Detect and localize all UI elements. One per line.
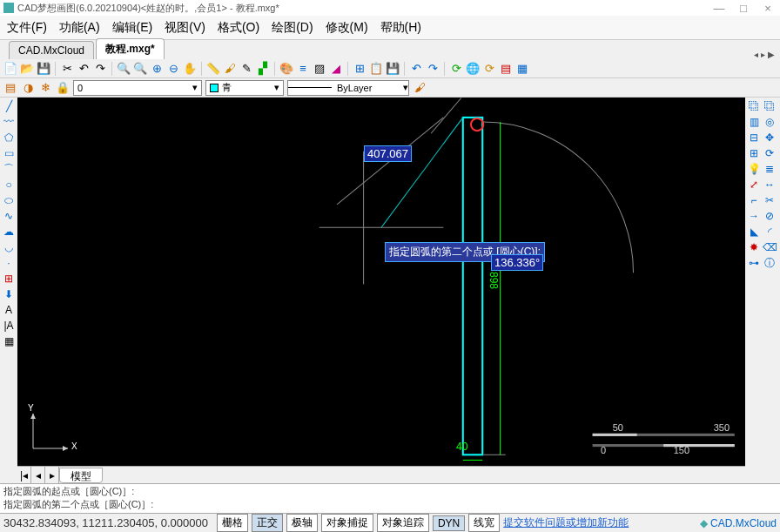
corner-icon[interactable]: ⌐ <box>747 193 761 207</box>
grid-icon[interactable]: ⊞ <box>353 62 366 76</box>
osnap-toggle[interactable]: 对象捕捉 <box>321 514 373 532</box>
layer-lock-icon[interactable]: 🔒 <box>56 81 70 95</box>
redo2-icon[interactable]: ↷ <box>426 62 440 76</box>
menu-help[interactable]: 帮助(H) <box>380 20 421 36</box>
light-icon[interactable]: 💡 <box>747 162 761 176</box>
explode-icon[interactable]: ✸ <box>747 240 761 254</box>
layout-first-icon[interactable]: |◂ <box>17 467 31 483</box>
open-icon[interactable]: 📂 <box>20 62 34 76</box>
align-icon[interactable]: ⊟ <box>747 131 761 145</box>
info-icon[interactable]: ⓘ <box>763 256 777 270</box>
chamfer-icon[interactable]: ◣ <box>747 225 761 239</box>
layer-freeze-icon[interactable]: ❄ <box>38 81 52 95</box>
matchprop-icon[interactable]: 🖌 <box>223 62 237 76</box>
menu-draw[interactable]: 绘图(D) <box>272 20 313 36</box>
highlight-icon[interactable]: ▞ <box>256 62 270 76</box>
save2-icon[interactable]: 💾 <box>386 62 400 76</box>
offset-icon[interactable]: ◎ <box>763 115 777 129</box>
model-space-tab[interactable]: 模型 <box>59 468 103 483</box>
polyline-tool-icon[interactable]: 〰 <box>2 115 16 129</box>
circle-tool-icon[interactable]: ○ <box>2 178 16 192</box>
rect-tool-icon[interactable]: ▭ <box>2 146 16 160</box>
pdf-icon[interactable]: ▤ <box>499 62 513 76</box>
dimension-input[interactable]: 407.067 <box>364 145 412 162</box>
linetype-icon[interactable]: ≡ <box>296 62 310 76</box>
revcloud-tool-icon[interactable]: ☁ <box>2 225 16 239</box>
grid-toggle[interactable]: 栅格 <box>217 514 248 532</box>
copy-icon[interactable]: ⿻ <box>747 99 761 113</box>
lineweight-icon[interactable]: 🖌 <box>413 81 427 95</box>
refresh-icon[interactable]: ⟳ <box>449 62 463 76</box>
mtext-tool-icon[interactable]: |A <box>2 319 16 333</box>
zoom-out-icon[interactable]: ⊖ <box>166 62 180 76</box>
drawing-canvas[interactable]: 407.067 指定圆弧的第二个点或 [圆心(C)]: 136.336° 898… <box>17 98 745 466</box>
menu-func[interactable]: 功能(A) <box>59 20 100 36</box>
block-tool-icon[interactable]: ⊞ <box>2 272 16 286</box>
zoom-window-icon[interactable]: 🔍 <box>133 62 147 76</box>
polygon-tool-icon[interactable]: ⬠ <box>2 131 16 145</box>
otrack-toggle[interactable]: 对象追踪 <box>377 514 429 532</box>
close-button[interactable]: × <box>756 0 780 16</box>
sync-icon[interactable]: ⟳ <box>482 62 496 76</box>
menu-edit[interactable]: 编辑(E) <box>112 20 153 36</box>
ellipse-tool-icon[interactable]: ⬭ <box>2 193 16 207</box>
array-icon[interactable]: ⊞ <box>747 146 761 160</box>
command-window[interactable]: 指定圆弧的起点或［圆心(C)］: 指定圆弧的第二个点或［圆心(C)］: <box>0 483 780 513</box>
ortho-toggle[interactable]: 正交 <box>252 514 283 532</box>
clean-icon[interactable]: ⌫ <box>763 240 777 254</box>
polar-toggle[interactable]: 极轴 <box>286 514 318 532</box>
dyn-toggle[interactable]: DYN <box>433 515 465 531</box>
cut-icon[interactable]: ✂ <box>60 62 74 76</box>
layout-next-icon[interactable]: ▸ <box>45 467 59 483</box>
join-icon[interactable]: ⊶ <box>747 256 761 270</box>
insert-tool-icon[interactable]: ⬇ <box>2 287 16 301</box>
fillet-icon[interactable]: ◜ <box>763 225 777 239</box>
stretch-icon[interactable]: ↔ <box>763 178 777 192</box>
line-tool-icon[interactable]: ╱ <box>2 99 16 113</box>
move-icon[interactable]: ✥ <box>763 131 777 145</box>
angle-input[interactable]: 136.336° <box>491 254 543 271</box>
trim-icon[interactable]: ✂ <box>763 193 777 207</box>
tab-nav-arrows[interactable]: ◂ ▸ ▶ <box>754 50 775 59</box>
extend-icon[interactable]: → <box>747 209 761 223</box>
point-tool-icon[interactable]: · <box>2 256 16 270</box>
spline-tool-icon[interactable]: ∿ <box>2 209 16 223</box>
globe-icon[interactable]: 🌐 <box>466 62 480 76</box>
menu-format[interactable]: 格式(O) <box>218 20 259 36</box>
eraser-icon[interactable]: ✎ <box>239 62 253 76</box>
minimize-button[interactable]: ― <box>707 0 731 16</box>
text-tool-icon[interactable]: A <box>2 303 16 317</box>
tab-cloud[interactable]: CAD.MxCloud <box>9 41 94 59</box>
arc-tool-icon[interactable]: ⌒ <box>2 162 16 176</box>
break-icon[interactable]: ⊘ <box>763 209 777 223</box>
export-icon[interactable]: ▦ <box>515 62 529 76</box>
menu-file[interactable]: 文件(F) <box>7 20 47 36</box>
properties-icon[interactable]: 📋 <box>369 62 383 76</box>
save-icon[interactable]: 💾 <box>37 62 50 76</box>
ellipse-arc-tool-icon[interactable]: ◡ <box>2 240 16 254</box>
linetype-select[interactable]: ByLayer ▾ <box>287 80 409 96</box>
new-icon[interactable]: 📄 <box>3 62 17 76</box>
layer-select[interactable]: 0 ▾ <box>73 80 202 96</box>
menu-modify[interactable]: 修改(M) <box>326 20 368 36</box>
scale-icon[interactable]: ⤢ <box>747 178 761 192</box>
tab-tutorial[interactable]: 教程.mxg* <box>96 38 165 59</box>
menu-view[interactable]: 视图(V) <box>165 20 205 36</box>
pan-icon[interactable]: ✋ <box>183 62 197 76</box>
measure-icon[interactable]: 📏 <box>206 62 220 76</box>
zoom-in-icon[interactable]: ⊕ <box>150 62 164 76</box>
lwt-toggle[interactable]: 线宽 <box>468 514 500 532</box>
zoom-realtime-icon[interactable]: 🔍 <box>117 62 131 76</box>
redo-icon[interactable]: ↷ <box>93 62 107 76</box>
color-wheel-icon[interactable]: 🎨 <box>279 62 293 76</box>
fill-icon[interactable]: ◢ <box>329 62 343 76</box>
undo2-icon[interactable]: ↶ <box>409 62 423 76</box>
mirror-icon[interactable]: ▥ <box>747 115 761 129</box>
copy2-icon[interactable]: ⿻ <box>763 99 777 113</box>
hatch-tool-icon[interactable]: ▦ <box>2 334 16 348</box>
rotate-icon[interactable]: ⟳ <box>763 146 777 160</box>
undo-icon[interactable]: ↶ <box>77 62 91 76</box>
hatch-icon[interactable]: ▨ <box>313 62 326 76</box>
layer-props-icon[interactable]: ▤ <box>3 81 17 95</box>
layer-off-icon[interactable]: ◑ <box>21 81 35 95</box>
